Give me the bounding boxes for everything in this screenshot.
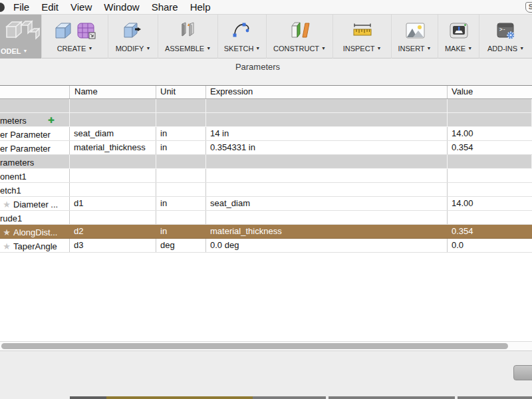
param-expression[interactable]: 0.0 deg (206, 239, 448, 252)
param-name[interactable]: d1 (70, 197, 156, 210)
dialog-footer (0, 350, 532, 399)
assemble-joint-icon (177, 20, 200, 41)
toolbar-group-sketch[interactable]: SKETCH▼ (217, 15, 266, 59)
toolbar-group-insert[interactable]: INSERT▼ (391, 15, 438, 59)
param-expression[interactable]: seat_diam (206, 197, 448, 210)
param-name[interactable]: d2 (70, 225, 156, 238)
table-row-d3-taperangle[interactable]: ★ TaperAngle d3 deg 0.0 deg 0.0 (0, 239, 532, 253)
menu-share[interactable]: Share (152, 1, 178, 13)
dialog-title: Parameters (0, 59, 515, 72)
dropdown-arrow-icon: ▼ (23, 49, 28, 53)
make-3dprint-icon (448, 20, 470, 41)
param-expression[interactable]: 14 in (206, 127, 448, 140)
insert-image-icon (404, 20, 426, 41)
add-parameter-icon[interactable]: ✚ (48, 116, 55, 125)
dropdown-arrow-icon: ▼ (321, 46, 326, 51)
param-name[interactable]: d3 (70, 239, 156, 252)
footer-button-partial[interactable] (513, 365, 532, 380)
horizontal-scrollbar-thumb[interactable] (1, 343, 508, 349)
param-value: 14.00 (448, 197, 532, 210)
menu-help[interactable]: Help (190, 1, 211, 13)
strip-segment-gray2 (329, 396, 455, 399)
table-row-seat-diam[interactable]: er Parameter seat_diam in 14 in 14.00 (0, 127, 532, 141)
dropdown-arrow-icon: ▼ (427, 46, 432, 51)
addins-terminal-icon: >- (495, 20, 517, 41)
create-cube-icon (53, 20, 74, 41)
column-header-name: Name (70, 86, 156, 98)
table-row-filter[interactable] (0, 99, 532, 113)
create-menu-label: CREATE▼ (57, 45, 93, 53)
inspect-ruler-icon (350, 20, 374, 41)
menu-window[interactable]: Window (104, 1, 139, 13)
table-row-material-thickness[interactable]: er Parameter material_thickness in 0.354… (0, 141, 532, 155)
param-name[interactable]: material_thickness (70, 141, 156, 154)
column-header-value: Value (448, 86, 532, 98)
favorite-star-icon[interactable]: ★ (0, 241, 13, 251)
favorite-star-icon[interactable]: ★ (0, 227, 13, 237)
modify-menu-label: MODIFY▼ (116, 45, 151, 53)
param-value: 14.00 (448, 127, 532, 140)
dropdown-arrow-icon: ▼ (255, 46, 260, 51)
menu-edit[interactable]: Edit (41, 1, 59, 13)
menu-view[interactable]: View (70, 1, 92, 13)
dropdown-arrow-icon: ▼ (467, 46, 472, 51)
strip-segment-gray3 (458, 396, 532, 399)
table-row-d1-diameter[interactable]: ★ Diameter ... d1 in seat_diam 14.00 (0, 197, 532, 211)
table-row-sketch1[interactable]: etch1 (0, 183, 532, 197)
dropdown-arrow-icon: ▼ (88, 46, 92, 51)
table-row-extrude1[interactable]: rude1 (0, 211, 532, 225)
toolbar-group-make[interactable]: MAKE▼ (438, 15, 479, 59)
dropdown-arrow-icon: ▼ (519, 46, 524, 51)
toolbar-group-construct[interactable]: CONSTRUCT▼ (266, 15, 332, 59)
dialog-body-empty (0, 253, 532, 341)
svg-text:>-: >- (499, 27, 506, 33)
horizontal-scrollbar[interactable] (0, 341, 532, 350)
toolbar-group-inspect[interactable]: INSPECT▼ (332, 15, 391, 59)
strip-segment-olive (106, 396, 253, 399)
dropdown-arrow-icon: ▼ (206, 46, 211, 51)
section-label: rameters (0, 158, 34, 168)
param-value: 0.0 (448, 239, 532, 252)
favorite-star-icon[interactable]: ★ (0, 200, 13, 209)
toolbar: ODEL▼ (0, 15, 532, 59)
param-name[interactable]: seat_diam (70, 127, 156, 140)
addins-menu-label: ADD-INS▼ (487, 45, 524, 53)
dropdown-arrow-icon: ▼ (376, 46, 381, 51)
toolbar-group-create[interactable]: CREATE▼ (41, 15, 108, 59)
menu-file[interactable]: File (13, 1, 29, 13)
strip-segment-gray1 (253, 396, 326, 399)
workspace-selector-model[interactable]: ODEL▼ (0, 15, 41, 59)
param-value: 0.354 (448, 225, 532, 238)
toolbar-group-modify[interactable]: MODIFY▼ (108, 15, 158, 59)
assemble-menu-label: ASSEMBLE▼ (165, 45, 211, 53)
modify-cube-icon (122, 20, 144, 41)
fusion360-window: File Edit View Window Share Help S ODEL▼ (0, 0, 532, 399)
sketch-spline-icon (231, 20, 253, 41)
toolbar-group-addins[interactable]: >- ADD-INS▼ (479, 15, 532, 59)
table-row-component1[interactable]: onent1 (0, 169, 532, 183)
dropdown-arrow-icon: ▼ (146, 46, 150, 51)
toolbar-group-assemble[interactable]: ASSEMBLE▼ (158, 15, 217, 59)
bottom-edge-strip (0, 396, 532, 399)
workspace-label: ODEL▼ (1, 47, 28, 55)
param-unit: in (156, 141, 206, 154)
column-header-expression: Expression (206, 86, 448, 98)
insert-menu-label: INSERT▼ (398, 45, 431, 53)
param-expression[interactable]: 0.354331 in (206, 141, 448, 154)
apple-menu-icon[interactable] (0, 3, 5, 12)
construct-plane-icon (289, 20, 311, 41)
section-label: meters (0, 116, 27, 126)
param-expression[interactable]: material_thickness (206, 225, 448, 238)
table-row-user-parameters-section[interactable]: meters ✚ (0, 113, 532, 127)
create-lattice-icon (76, 20, 97, 41)
sketch-menu-label: SKETCH▼ (224, 45, 261, 53)
table-row-d2-alongdistance-selected[interactable]: ★ AlongDist... d2 in material_thickness … (0, 225, 532, 239)
shield-status-icon[interactable]: S (525, 2, 532, 13)
parameters-dialog-header: Parameters (0, 59, 532, 85)
menu-bar: File Edit View Window Share Help S (0, 0, 532, 15)
param-unit: in (156, 197, 206, 210)
column-header-unit: Unit (156, 86, 206, 98)
param-value: 0.354 (448, 141, 532, 154)
construct-menu-label: CONSTRUCT▼ (273, 45, 326, 53)
table-row-model-parameters-section[interactable]: rameters (0, 155, 532, 169)
